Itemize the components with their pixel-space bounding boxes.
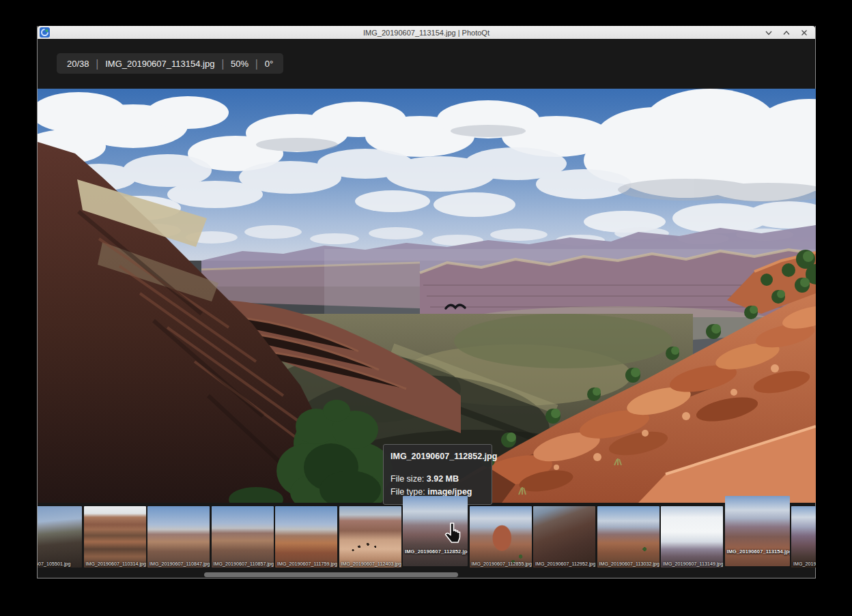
thumbnail-label: IMG_201906 [793, 561, 816, 566]
current-filename: IMG_20190607_113154.jpg [105, 59, 214, 69]
separator: | [255, 57, 258, 70]
thumbnail-110847[interactable]: IMG_20190607_110847.jpg [147, 506, 210, 568]
separator: | [221, 57, 224, 70]
maximize-button[interactable] [782, 29, 791, 37]
thumbnail-113149[interactable]: IMG_20190607_113149.jpg [661, 506, 723, 568]
main-image-viewer[interactable] [38, 89, 816, 503]
thumbnail-label: IMG_20190607_113149.jpg [663, 561, 723, 566]
grand-canyon-photo [38, 89, 816, 503]
thumbnail-image [275, 506, 337, 568]
thumbnail-image [470, 506, 532, 568]
separator: | [96, 57, 99, 70]
thumbnail-label: IMG_20190607_113154.jpg [727, 548, 790, 555]
thumbnail-105501[interactable]: 20190607_105501.jpg [38, 506, 82, 568]
desktop-background: IMG_20190607_113154.jpg | PhotoQt 20/38 … [0, 0, 852, 616]
thumbnail-110314[interactable]: IMG_20190607_110314.jpg [84, 506, 146, 568]
thumbnail-110857[interactable]: IMG_20190607_110857.jpg [212, 506, 274, 568]
thumbnail-label: IMG_20190607_112852.jpg [405, 548, 468, 555]
thumbnail-label: IMG_20190607_113032.jpg [599, 561, 659, 566]
rotation-angle: 0° [265, 59, 273, 69]
photoqt-app-icon [40, 27, 50, 38]
close-button[interactable] [800, 29, 808, 37]
photoqt-window: IMG_20190607_113154.jpg | PhotoQt 20/38 … [37, 26, 816, 578]
thumbnail-label: IMG_20190607_112952.jpg [535, 561, 595, 566]
tooltip-filename: IMG_20190607_112852.jpg [390, 450, 485, 463]
thumbnail-scrollbar-thumb[interactable] [204, 572, 458, 577]
thumbnail-image [339, 506, 401, 568]
thumbnail-label: IMG_20190607_112403.jpg [341, 561, 401, 566]
thumbnail-label: 20190607_105501.jpg [38, 561, 71, 566]
thumbnail-label: IMG_20190607_112855.jpg [472, 561, 532, 566]
thumbnail-image [403, 496, 468, 566]
thumbnail-image [212, 506, 274, 568]
thumbnail-image [725, 496, 790, 566]
thumbnail-label: IMG_20190607_110857.jpg [214, 561, 274, 566]
thumbnail-image [147, 506, 210, 568]
thumbnail-image [533, 506, 595, 568]
thumbnail-image [661, 506, 723, 568]
thumbnail-image [597, 506, 659, 568]
thumbnail-112403[interactable]: IMG_20190607_112403.jpg [339, 506, 401, 568]
thumbnail-image [84, 506, 146, 568]
image-position-counter: 20/38 [67, 59, 89, 69]
titlebar[interactable]: IMG_20190607_113154.jpg | PhotoQt [38, 26, 815, 39]
zoom-level: 50% [231, 59, 248, 69]
thumbnail-image [791, 506, 816, 568]
window-title: IMG_20190607_113154.jpg | PhotoQt [38, 29, 815, 37]
image-info-bar: 20/38 | IMG_20190607_113154.jpg | 50% | … [57, 53, 283, 74]
thumbnail-112952[interactable]: IMG_20190607_112952.jpg [533, 506, 595, 568]
tooltip-file-size: File size: 3.92 MB [390, 473, 485, 486]
thumbnail-112855[interactable]: IMG_20190607_112855.jpg [470, 506, 532, 568]
thumbnail-partial-right[interactable]: IMG_201906 [791, 506, 816, 568]
thumbnail-label: IMG_20190607_110847.jpg [150, 561, 210, 566]
thumbnail-113032[interactable]: IMG_20190607_113032.jpg [597, 506, 659, 568]
thumbnail-112852-hovered[interactable]: IMG_20190607_112852.jpg [403, 496, 468, 566]
thumbnail-image [38, 506, 82, 568]
thumbnail-label: IMG_20190607_111759.jpg [277, 561, 337, 566]
thumbnail-111759[interactable]: IMG_20190607_111759.jpg [275, 506, 337, 568]
thumbnail-113154-current[interactable]: IMG_20190607_113154.jpg [725, 496, 790, 566]
thumbnail-label: IMG_20190607_110314.jpg [86, 561, 146, 566]
minimize-button[interactable] [765, 29, 773, 37]
thumbnail-strip: 20190607_105501.jpg IMG_20190607_110314.… [38, 496, 816, 571]
thumbnail-scrollbar-track[interactable] [38, 572, 816, 577]
